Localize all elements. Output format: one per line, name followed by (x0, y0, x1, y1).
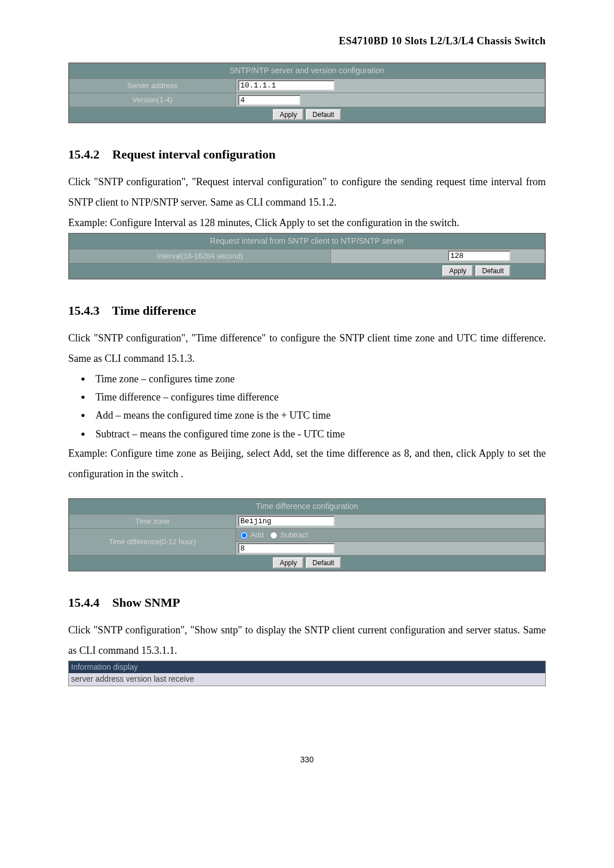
page-number: 330 (68, 754, 546, 766)
interval-input-cell (331, 249, 545, 263)
timezone-label: Time zone (69, 514, 235, 528)
page-header: ES4710BD 10 Slots L2/L3/L4 Chassis Switc… (68, 34, 546, 48)
version-input[interactable] (238, 95, 301, 106)
version-cell (235, 93, 545, 107)
timediff-radio-cell: Add Subtract (235, 528, 545, 541)
server-address-label: Server address (69, 78, 235, 93)
info-display-title: Information display (69, 661, 546, 673)
apply-button[interactable]: Apply (273, 109, 304, 120)
version-label: Version(1-4) (69, 93, 235, 107)
bullets-1543: Time zone – configures time zone Time di… (81, 370, 546, 444)
timediff-buttons-row: Apply Default (69, 556, 545, 571)
add-radio-label: Add (251, 531, 264, 539)
server-address-cell (235, 78, 545, 93)
add-radio[interactable] (240, 532, 248, 539)
para-1544-1: Click "SNTP configuration", "Show sntp" … (68, 620, 546, 661)
interval-input[interactable] (448, 251, 511, 261)
timezone-input[interactable] (238, 516, 335, 527)
apply-button[interactable]: Apply (273, 557, 304, 569)
sntp-buttons-row: Apply Default (69, 107, 545, 123)
timezone-cell (235, 514, 545, 528)
apply-button[interactable]: Apply (442, 265, 473, 277)
timediff-table-title: Time difference configuration (69, 499, 545, 514)
para-1543-2: Example: Configure time zone as Beijing,… (68, 443, 546, 484)
sntp-config-table: SNTP/NTP server and version configuratio… (68, 62, 546, 123)
bullet-item: Subtract – means the configured time zon… (81, 425, 546, 443)
heading-1543-num: 15.4.3 (68, 302, 109, 320)
subtract-radio-label: Subtract (280, 531, 308, 539)
heading-1542-num: 15.4.2 (68, 146, 109, 164)
heading-1544-title: Show SNMP (113, 595, 180, 610)
para-1543-1: Click "SNTP configuration", "Time differ… (68, 328, 546, 369)
heading-1544-num: 15.4.4 (68, 594, 109, 612)
default-button[interactable]: Default (475, 265, 511, 277)
bullet-item: Add – means the configured time zone is … (81, 406, 546, 424)
timediff-value-cell (235, 542, 545, 556)
bullet-item: Time difference – configures time differ… (81, 388, 546, 406)
heading-1543-title: Time difference (112, 303, 196, 318)
subtract-radio[interactable] (270, 532, 277, 539)
default-button[interactable]: Default (306, 109, 341, 120)
para-1542-2: Example: Configure Interval as 128 minut… (68, 212, 546, 233)
timediff-input[interactable] (238, 543, 335, 554)
sntp-table-title: SNTP/NTP server and version configuratio… (69, 63, 545, 78)
heading-1542: 15.4.2 Request interval configuration (68, 146, 546, 164)
interval-table-title: Request interval from SNTP client to NTP… (69, 233, 545, 249)
heading-1542-title: Request interval configuration (113, 147, 276, 161)
info-display-table: Information display server address versi… (68, 661, 546, 686)
interval-config-table: Request interval from SNTP client to NTP… (68, 233, 546, 279)
interval-label: Interval(16-16284 second) (69, 249, 331, 263)
default-button[interactable]: Default (306, 557, 341, 569)
interval-buttons-row: Apply Default (69, 263, 545, 279)
timediff-label: Time difference(0-12 hour) (69, 528, 235, 555)
heading-1543: 15.4.3 Time difference (68, 302, 546, 320)
para-1542-1: Click "SNTP configuration", "Request int… (68, 172, 546, 212)
info-display-columns: server address version last receive (69, 673, 546, 686)
timediff-config-table: Time difference configuration Time zone … (68, 498, 546, 571)
bullet-item: Time zone – configures time zone (81, 370, 546, 388)
server-address-input[interactable] (238, 80, 335, 91)
heading-1544: 15.4.4 Show SNMP (68, 594, 546, 612)
